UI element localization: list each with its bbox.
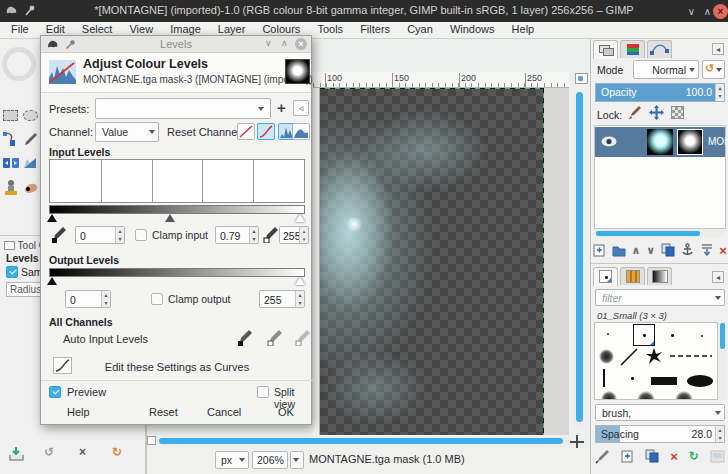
ok-button[interactable]: OK [278, 406, 294, 418]
preset-menu-button[interactable]: ◃ [293, 100, 309, 116]
brushes-dock-menu-button[interactable]: ◂ [712, 271, 724, 283]
menu-image[interactable]: Image [163, 22, 208, 36]
anchor-layer-button[interactable] [681, 243, 694, 257]
smudge-tool[interactable] [22, 179, 40, 197]
tab-channels[interactable] [620, 40, 645, 58]
layer-visibility-eye-icon[interactable] [601, 136, 617, 147]
shear-tool[interactable] [22, 155, 40, 173]
brush-grid-scrollbar[interactable] [719, 322, 726, 400]
menu-select[interactable]: Select [75, 22, 120, 36]
layer-thumbnail[interactable] [647, 129, 673, 155]
layer-row[interactable]: MONTAG [595, 127, 725, 157]
input-gamma-spinbox[interactable]: 0.79▴▾ [215, 226, 259, 244]
reset-button[interactable]: Reset [149, 406, 178, 418]
layer-name[interactable]: MONTAG [708, 136, 727, 147]
menu-edit[interactable]: Edit [39, 22, 72, 36]
ellipse-select-tool[interactable] [22, 107, 40, 125]
output-high-spinbox[interactable]: 255▴▾ [259, 290, 305, 308]
dialog-maximize-button[interactable]: ∧ [281, 38, 288, 48]
scrollbar-corner-toggle[interactable] [147, 436, 156, 445]
open-brush-as-image-button[interactable] [710, 450, 725, 463]
refresh-brushes-button[interactable]: ↻ [689, 449, 699, 463]
linear-histogram-button[interactable] [237, 123, 255, 140]
menu-view[interactable]: View [122, 22, 160, 36]
pick-black-point-button[interactable] [51, 226, 67, 243]
ruler-corner-icon[interactable] [575, 73, 588, 84]
lock-position-icon[interactable] [649, 105, 664, 120]
brush-tag-dropdown[interactable]: brush, [595, 404, 725, 421]
lock-alpha-icon[interactable] [671, 106, 684, 119]
delete-brush-button[interactable]: × [670, 449, 678, 464]
canvas-horizontal-scrollbar[interactable] [157, 437, 569, 445]
menu-tools[interactable]: Tools [310, 22, 350, 36]
output-white-slider[interactable] [295, 277, 305, 285]
tab-gradients[interactable] [647, 267, 672, 285]
paths-tool[interactable] [2, 131, 20, 149]
menu-windows[interactable]: Windows [443, 22, 502, 36]
layers-dock-menu-button[interactable]: ◂ [712, 43, 724, 55]
output-black-slider[interactable] [47, 277, 57, 285]
unit-dropdown[interactable]: px [215, 451, 249, 469]
delete-tool-preset-button[interactable]: × [79, 445, 86, 459]
dialog-close-button[interactable]: × [295, 38, 307, 50]
all-pick-black-button[interactable] [237, 329, 253, 346]
pencil-tool[interactable] [22, 131, 40, 149]
brush-filter-input[interactable]: filter [595, 289, 725, 306]
edit-brush-button[interactable] [595, 449, 610, 464]
save-tool-preset-button[interactable] [8, 446, 25, 462]
menu-colours[interactable]: Colours [255, 22, 307, 36]
mode-switch-button[interactable]: ↺ [702, 60, 725, 79]
menu-help[interactable]: Help [505, 22, 542, 36]
split-view-checkbox[interactable] [257, 386, 269, 398]
menu-layer[interactable]: Layer [211, 22, 253, 36]
brush-grid[interactable] [594, 322, 718, 400]
opacity-spinner[interactable]: ▴▾ [715, 84, 724, 101]
duplicate-layer-button[interactable] [661, 243, 675, 257]
menu-file[interactable]: File [4, 22, 36, 36]
lock-pixels-icon[interactable] [627, 105, 642, 120]
perceptual-histogram-button[interactable] [257, 123, 275, 140]
restore-tool-preset-button[interactable]: ↺ [44, 445, 54, 459]
preview-checkbox[interactable] [49, 386, 61, 398]
input-low-spinbox[interactable]: 0▴▾ [75, 226, 125, 244]
move-tool[interactable] [2, 155, 20, 173]
zoom-dropdown[interactable] [290, 451, 304, 469]
merge-down-button[interactable] [700, 244, 714, 257]
tab-paths[interactable] [647, 40, 672, 58]
rectangle-select-tool[interactable] [2, 107, 20, 125]
zoom-input[interactable]: 206% [252, 451, 288, 469]
clamp-output-checkbox[interactable] [151, 293, 163, 305]
canvas-checkerboard[interactable] [320, 88, 544, 435]
dialog-minimize-button[interactable]: ∨ [265, 38, 272, 48]
new-group-button[interactable] [612, 244, 626, 257]
tab-patterns[interactable] [620, 267, 645, 285]
layer-mask-thumbnail[interactable] [677, 129, 703, 155]
clamp-input-checkbox[interactable] [135, 229, 147, 241]
raise-layer-button[interactable]: ∧ [632, 244, 641, 257]
all-pick-gray-button[interactable] [267, 329, 283, 346]
output-low-spinbox[interactable]: 0▴▾ [65, 290, 111, 308]
tab-brushes[interactable] [593, 267, 618, 286]
menu-cyan[interactable]: Cyan [400, 22, 440, 36]
layer-list-scrollbar[interactable] [595, 230, 725, 237]
lower-layer-button[interactable]: ∨ [646, 244, 655, 257]
pick-white-point-button[interactable] [263, 226, 279, 243]
new-layer-button[interactable] [593, 243, 606, 257]
dialog-titlebar[interactable]: Levels ∨ ∧ × [41, 36, 311, 53]
input-gamma-slider[interactable] [165, 214, 175, 222]
delete-layer-button[interactable]: × [719, 243, 727, 258]
close-button[interactable]: × [713, 4, 728, 19]
reset-tool-options-button[interactable]: ↻ [112, 445, 122, 459]
edit-as-curves-button[interactable]: Edit these Settings as Curves [41, 361, 313, 373]
input-black-slider[interactable] [47, 214, 57, 222]
minimize-button[interactable]: ∨ [684, 4, 699, 19]
clone-tool[interactable] [2, 179, 20, 197]
histogram-log-view-button[interactable] [292, 123, 310, 140]
help-button[interactable]: Help [67, 406, 90, 418]
menu-filters[interactable]: Filters [353, 22, 397, 36]
spacing-spinner[interactable]: ▴▾ [715, 426, 724, 442]
sample-merged-checkbox[interactable] [6, 266, 18, 278]
new-brush-button[interactable] [621, 449, 634, 463]
all-pick-white-button[interactable] [295, 329, 311, 346]
tab-layers[interactable] [593, 40, 618, 59]
